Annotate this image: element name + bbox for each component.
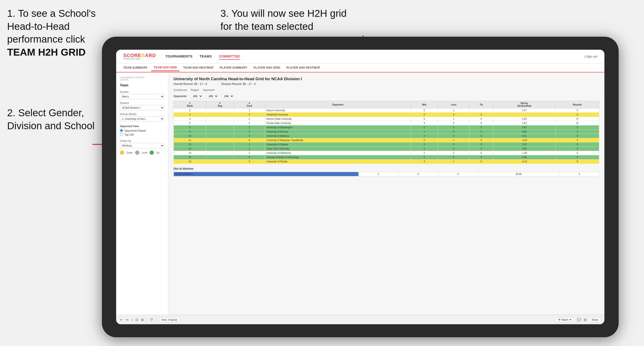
cell-diff: 2.29 [493, 117, 555, 121]
cell-tie [469, 108, 493, 113]
cell-conf: 3 [234, 160, 265, 164]
gender-label: Gender [120, 90, 164, 93]
subnav-player-h2h-grid[interactable]: PLAYER H2H GRID [251, 65, 283, 71]
undo-icon[interactable]: ↩ [120, 318, 123, 322]
cell-diff: 3.67 [493, 125, 555, 130]
cell-rank: 2 [174, 108, 206, 113]
cell-tie: 0 [469, 147, 493, 151]
cell-reg [206, 138, 234, 143]
col-reg: #Reg [206, 101, 234, 108]
annotation-2: 2. Select Gender, Division and School [7, 107, 97, 132]
colour-by-select[interactable]: Win/loss [120, 143, 164, 148]
cell-opponent: University of Alabama [265, 134, 410, 138]
cell-rounds: 9 [556, 151, 599, 155]
region-filter-select[interactable]: (All) [206, 94, 218, 98]
cell-win: 5 [411, 155, 438, 160]
grid-icon[interactable]: ⊞ [584, 318, 587, 322]
cell-diff: 5.56 [493, 147, 555, 151]
division-select[interactable]: NCAA Division I [120, 105, 164, 110]
school-select[interactable]: 1. University of Nort... [120, 116, 164, 121]
overall-record: Overall Record: 89 - 17 - 0 [174, 82, 207, 86]
watch-button[interactable]: 👁 Watch ▼ [556, 317, 574, 322]
cell-conf: 1 [234, 143, 265, 147]
cell-tie: 0 [469, 117, 493, 121]
col-loss: Loss [438, 101, 469, 108]
sign-out-button[interactable]: | Sign out [584, 55, 597, 58]
main-content: Last Updated: 27/03/2024 16:55:38 Team G… [116, 72, 604, 315]
subnav-team-h2h-heatmap[interactable]: TEAM H2H HEATMAP [181, 65, 216, 71]
h2h-table: #Rank #Reg #Conf Opponent Win Loss Tie D… [174, 101, 599, 164]
view-original-button[interactable]: View: Original [159, 317, 180, 322]
cell-rank: 9 [174, 130, 206, 134]
cell-rounds: 3 [556, 138, 599, 143]
cell-conf: 2 [234, 125, 265, 130]
cell-tie: 0 [469, 121, 493, 125]
cell-loss: 4 [438, 113, 469, 117]
legend-level-dot [135, 151, 139, 155]
subnav-player-summary[interactable]: PLAYER SUMMARY [217, 65, 250, 71]
table-row: 16 3 University of Florida 3 1 0 -6.42 9 [174, 160, 599, 164]
back-icon[interactable]: ‹ [131, 318, 132, 322]
opponent-radio-group: Opponents Played Top 100 [120, 129, 164, 136]
nav-tournaments[interactable]: TOURNAMENTS [166, 53, 192, 60]
clock-icon[interactable]: ⏱ [150, 318, 153, 322]
zoom-icon[interactable]: ⊕ [141, 318, 144, 322]
cell-tie: 0 [469, 151, 493, 155]
cell-reg [206, 143, 234, 147]
share-button[interactable]: Share [590, 317, 600, 322]
out-win: 1 [358, 172, 398, 176]
cell-rank: 12 [174, 143, 206, 147]
nav-committee[interactable]: COMMITTEE [219, 53, 240, 60]
redo-icon[interactable]: ↪ [126, 318, 128, 322]
cell-diff: -1.00 [493, 151, 555, 155]
cell-reg [206, 160, 234, 164]
col-opponent: Opponent [265, 101, 410, 108]
table-row: 6 2 Florida State University 4 2 0 1.83 … [174, 121, 599, 125]
cell-rank: 14 [174, 151, 206, 155]
legend-down-label: Down [126, 152, 133, 154]
cell-loss: 0 [438, 143, 469, 147]
cell-tie: 0 [469, 113, 493, 117]
gender-select[interactable]: Men's Women's [120, 94, 164, 99]
cell-rank: 11 [174, 138, 206, 143]
cell-loss: 0 [438, 125, 469, 130]
cell-tie: 0 [469, 143, 493, 147]
out-division-table: NCAA Division II 1 0 0 26.00 3 [174, 172, 599, 176]
nav-teams[interactable]: TEAMS [200, 53, 212, 60]
cell-opponent: Florida State University [265, 121, 410, 125]
cell-rank: 6 [174, 121, 206, 125]
table-row: 2 1 Auburn University 2 1 1.67 9 [174, 108, 599, 113]
cell-diff: -4.33 [493, 138, 555, 143]
grid-records: Overall Record: 89 - 17 - 0 Division Rec… [174, 82, 599, 86]
col-rank: #Rank [174, 101, 206, 108]
table-row: 14 2 University of Oklahoma 1 2 0 -1.00 … [174, 151, 599, 155]
table-row: 4 1 Arizona State University 5 1 0 2.29 … [174, 117, 599, 121]
cell-reg [206, 117, 234, 121]
table-row: 15 4 Georgia Institute of Technology 5 0… [174, 155, 599, 160]
cell-conf: 4 [234, 155, 265, 160]
top100-radio[interactable]: Top 100 [120, 133, 164, 136]
cell-rounds: 9 [556, 147, 599, 151]
cell-loss: 1 [438, 117, 469, 121]
cell-rounds: 9 [556, 155, 599, 160]
nav-links: TOURNAMENTS TEAMS COMMITTEE [166, 53, 584, 60]
table-row: 8 2 University of Washington 1 0 0 3.67 … [174, 125, 599, 130]
subnav-team-h2h-grid[interactable]: TEAM H2H GRID [151, 64, 180, 71]
subnav-player-h2h-heatmap[interactable]: PLAYER H2H HEATMAP [284, 65, 322, 71]
opponents-filter-select[interactable]: (All) [191, 94, 203, 98]
sidebar: Last Updated: 27/03/2024 16:55:38 Team G… [116, 72, 168, 315]
cell-diff: 4.50 [493, 155, 555, 160]
subnav-team-summary[interactable]: TEAM SUMMARY [121, 65, 150, 71]
cell-reg [206, 130, 234, 134]
comment-icon[interactable]: 💬 [577, 318, 581, 322]
cell-reg [206, 121, 234, 125]
cell-conf: 2 [234, 121, 265, 125]
tablet-frame: SCOREBARD Powered by clippi TOURNAMENTS … [102, 37, 619, 337]
table-row: 11 6 University of Arkansas, Fayettevill… [174, 138, 599, 143]
opponents-played-radio[interactable]: Opponents Played [120, 129, 164, 132]
crop-icon[interactable]: ⊡ [135, 318, 138, 322]
cell-opponent: University of Florida [265, 160, 410, 164]
opponent-filter-select[interactable]: (All) [222, 94, 234, 98]
legend-down-dot [120, 151, 124, 155]
cell-diff: 2.33 [493, 143, 555, 147]
